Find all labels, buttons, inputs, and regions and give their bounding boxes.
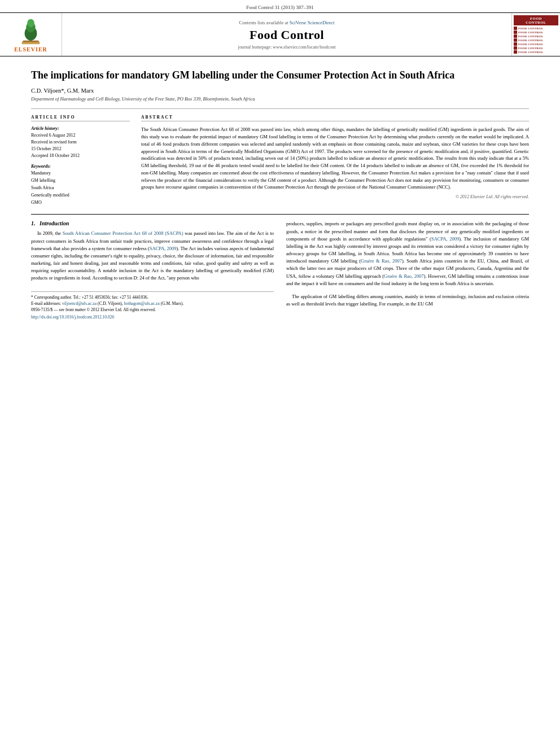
sacpa-2009-ref2[interactable]: SACPA, 2009	[431, 236, 459, 242]
svg-rect-5	[23, 40, 38, 42]
history-label: Article history:	[31, 126, 130, 131]
body-content: 1. Introduction In 2009, the South Afric…	[31, 220, 529, 320]
doi-link[interactable]: http://dx.doi.org/10.1016/j.foodcont.201…	[31, 314, 114, 320]
affiliation: Department of Haematology and Cell Biolo…	[31, 96, 529, 102]
fc-line: FOOD CONTROL	[514, 50, 558, 54]
fc-repeated-lines: FOOD CONTROL FOOD CONTROL FOOD CONTROL F…	[514, 27, 558, 54]
footnote-issn: 0956-7135/$ — see front matter © 2012 El…	[31, 307, 274, 313]
fc-square-icon	[514, 38, 517, 42]
email2-link[interactable]: bothagom@ufs.ac.za	[124, 301, 160, 306]
received-date: Received 6 August 2012 Received in revis…	[31, 132, 130, 159]
footnote-email: E-mail addresses: viljoencd@ufs.ac.za (C…	[31, 300, 274, 307]
section1-title: 1. Introduction	[31, 220, 274, 226]
fc-square-icon	[514, 34, 517, 38]
authors: C.D. Viljoen*, G.M. Marx	[31, 88, 529, 94]
journal-center-header: Contents lists available at SciVerse Sci…	[62, 13, 512, 56]
svg-point-3	[27, 19, 34, 27]
fc-line: FOOD CONTROL	[514, 42, 558, 46]
article-info-header: ARTICLE INFO	[31, 115, 130, 121]
fc-badge-top: FOODCONTROL	[514, 15, 558, 25]
fc-line: FOOD CONTROL	[514, 38, 558, 42]
footnote-corresponding: * Corresponding author. Tel.: +27 51 405…	[31, 294, 274, 300]
fc-square-icon	[514, 27, 517, 30]
abstract-text: The South African Consumer Protection Ac…	[141, 126, 529, 191]
gruere-rao-2007-ref[interactable]: Gruère & Rao, 2007	[361, 258, 402, 264]
sacpa-link[interactable]: South African Consumer Protection Act 68…	[63, 230, 183, 236]
fc-line: FOOD CONTROL	[514, 27, 558, 30]
copyright: © 2012 Elsevier Ltd. All rights reserved…	[141, 194, 529, 199]
article-info-abstract: ARTICLE INFO Article history: Received 6…	[31, 115, 529, 206]
fc-line: FOOD CONTROL	[514, 30, 558, 34]
sciverse-link[interactable]: SciVerse ScienceDirect	[290, 20, 335, 25]
fc-square-icon	[514, 42, 517, 46]
keywords-label: Keywords:	[31, 164, 130, 169]
journal-header-band: ELSEVIER Contents lists available at Sci…	[0, 12, 560, 56]
body-left-column: 1. Introduction In 2009, the South Afric…	[31, 220, 274, 320]
section1-paragraph2: produces, supplies, imports or packages …	[286, 220, 529, 287]
abstract-column: ABSTRACT The South African Consumer Prot…	[141, 115, 529, 206]
article-title: The implications for mandatory GM labell…	[31, 69, 529, 82]
elsevier-wordmark: ELSEVIER	[14, 46, 47, 53]
elsevier-logo-area: ELSEVIER	[0, 13, 62, 56]
header-divider	[31, 108, 529, 109]
keywords-list: Mandatory GM labelling South Africa Gene…	[31, 170, 130, 206]
section1-paragraph3: The application of GM labelling differs …	[286, 293, 529, 308]
footnote-doi: http://dx.doi.org/10.1016/j.foodcont.201…	[31, 314, 274, 320]
journal-homepage: journal homepage: www.elsevier.com/locat…	[238, 45, 336, 50]
section1-paragraph1: In 2009, the South African Consumer Prot…	[31, 230, 274, 282]
journal-reference: Food Control 31 (2013) 387–391	[0, 0, 560, 12]
fc-line: FOOD CONTROL	[514, 46, 558, 50]
footnote-section: * Corresponding author. Tel.: +27 51 405…	[31, 291, 274, 320]
journal-title: Food Control	[250, 28, 324, 42]
article-main: The implications for mandatory GM labell…	[0, 56, 560, 331]
fc-square-icon	[514, 30, 517, 34]
fc-square-icon	[514, 46, 517, 50]
fc-line: FOOD CONTROL	[514, 34, 558, 38]
sacpa-2009-ref[interactable]: SACPA, 2009	[150, 246, 177, 251]
food-control-badge-area: FOODCONTROL FOOD CONTROL FOOD CONTROL FO…	[512, 13, 560, 56]
article-info-column: ARTICLE INFO Article history: Received 6…	[31, 115, 130, 206]
body-right-column: produces, supplies, imports or packages …	[286, 220, 529, 320]
body-divider	[31, 214, 529, 215]
gruere-rao-2007-ref2[interactable]: Gruère & Rao, 2007	[384, 273, 424, 279]
email1-link[interactable]: viljoencd@ufs.ac.za	[62, 301, 97, 306]
sciverse-line: Contents lists available at SciVerse Sci…	[239, 20, 335, 25]
fc-square-icon	[514, 50, 517, 54]
elsevier-tree-icon	[15, 17, 46, 45]
abstract-header: ABSTRACT	[141, 115, 529, 121]
